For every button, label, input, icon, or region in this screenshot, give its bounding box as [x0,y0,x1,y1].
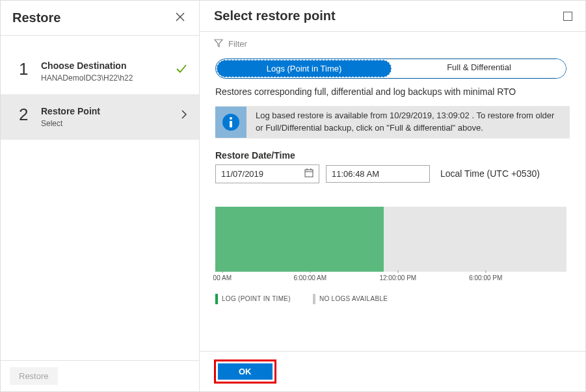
maximize-icon[interactable] [563,12,572,21]
left-title: Restore [12,10,60,25]
filter-label[interactable]: Filter [228,39,247,49]
restore-button[interactable]: Restore [10,367,58,385]
date-input[interactable]: 11/07/2019 [215,164,319,183]
log-timeline[interactable]: 00 AM 6:00:00 AM 12:00:00 PM 6:00:00 PM … [215,207,566,304]
step-text: Choose Destination HANADemoIDC3\H22\h22 [38,60,176,83]
right-header: Select restore point [200,1,585,32]
wizard-steps: 1 Choose Destination HANADemoIDC3\H22\h2… [1,36,199,140]
info-icon [215,107,246,138]
svg-rect-2 [230,121,232,127]
description-text: Restores corresponding full, differentia… [215,86,570,97]
right-panel: Select restore point Filter Logs (Point … [200,1,585,391]
tab-full-differential[interactable]: Full & Differential [392,59,566,78]
axis-tick: 12:00:00 PM [379,274,416,281]
timeline-available-range [215,207,384,272]
tab-logs-point-in-time[interactable]: Logs (Point in Time) [217,60,392,77]
step-choose-destination[interactable]: 1 Choose Destination HANADemoIDC3\H22\h2… [1,49,199,94]
ok-button[interactable]: OK [218,363,273,380]
datetime-label: Restore Date/Time [215,150,570,161]
axis-tick: 6:00:00 AM [294,274,327,281]
time-input[interactable]: 11:06:48 AM [326,165,430,183]
restore-type-tabs: Logs (Point in Time) Full & Differential [215,59,566,79]
step-title: Restore Point [41,106,181,116]
info-text: Log based restore is available from 10/2… [246,106,570,138]
datetime-row: 11/07/2019 11:06:48 AM Local Time (UTC +… [215,164,570,183]
step-restore-point[interactable]: 2 Restore Point Select [1,94,199,140]
left-footer: Restore [1,360,199,391]
time-value: 11:06:48 AM [332,169,379,179]
app-root: Restore 1 Choose Destination HANADemoIDC… [0,0,586,392]
legend-nolog: NO LOGS AVAILABLE [313,294,388,304]
axis-tick: 6:00:00 PM [469,274,502,281]
toolbar: Filter [200,32,585,52]
info-banner: Log based restore is available from 10/2… [215,106,570,138]
legend-log: LOG (POINT IN TIME) [215,294,291,304]
filter-icon[interactable] [214,38,223,49]
date-value: 11/07/2019 [221,169,263,179]
timeline-legend: LOG (POINT IN TIME) NO LOGS AVAILABLE [215,294,566,304]
legend-swatch-grey [313,294,315,304]
step-text: Restore Point Select [38,106,181,128]
svg-rect-3 [305,170,313,177]
legend-label: NO LOGS AVAILABLE [319,295,388,302]
step-number: 1 [19,60,38,77]
timezone-label: Local Time (UTC +0530) [440,168,540,179]
axis-tick: 00 AM [213,274,232,281]
check-icon [176,60,187,78]
content-area: Logs (Point in Time) Full & Differential… [200,52,585,351]
timeline-track [215,207,566,272]
right-title: Select restore point [214,8,336,23]
calendar-icon[interactable] [304,168,313,179]
step-subtitle: Select [41,119,181,128]
left-panel: Restore 1 Choose Destination HANADemoIDC… [1,1,200,391]
ok-highlight: OK [214,359,276,384]
chevron-right-icon [181,106,187,122]
step-number: 2 [19,106,38,123]
step-subtitle: HANADemoIDC3\H22\h22 [41,73,176,83]
timeline-axis: 00 AM 6:00:00 AM 12:00:00 PM 6:00:00 PM [215,274,566,289]
legend-swatch-green [215,294,218,304]
svg-point-1 [230,117,232,120]
step-title: Choose Destination [41,60,176,71]
right-footer: OK [200,351,585,391]
legend-label: LOG (POINT IN TIME) [222,295,291,302]
close-icon[interactable] [173,8,187,27]
left-header: Restore [1,1,199,36]
